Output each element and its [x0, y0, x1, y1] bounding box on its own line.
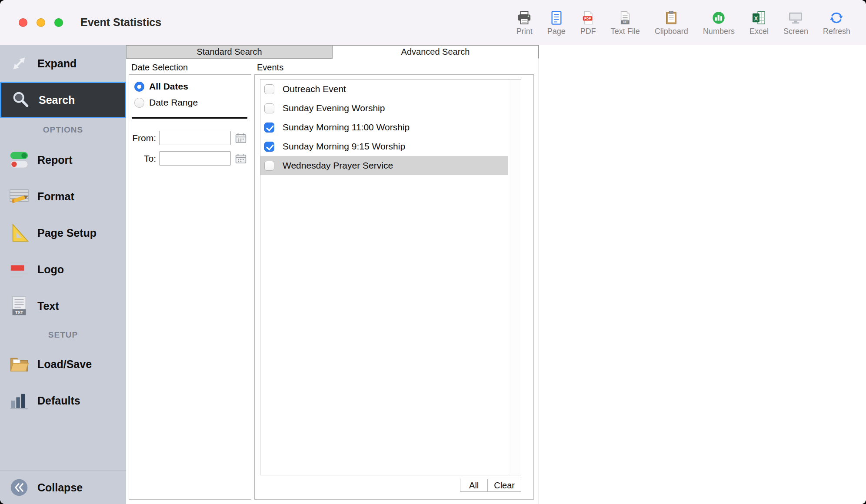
- report-toggles-icon: [6, 150, 32, 170]
- printer-icon: [517, 9, 532, 25]
- sidebar-item-label: Logo: [37, 263, 64, 276]
- minimize-window-button[interactable]: [37, 18, 45, 27]
- clipboard-icon: [664, 9, 679, 25]
- numbers-button[interactable]: Numbers: [703, 9, 735, 36]
- sidebar-item-logo[interactable]: Logo: [0, 251, 126, 288]
- app-window: Event Statistics Print: [0, 0, 866, 504]
- bar-chart-icon: [6, 391, 32, 411]
- clear-selection-button[interactable]: Clear: [488, 479, 521, 492]
- event-checkbox[interactable]: [264, 103, 274, 113]
- excel-button[interactable]: X Excel: [749, 9, 769, 36]
- screen-button[interactable]: Screen: [783, 9, 808, 36]
- radio-date-range[interactable]: Date Range: [129, 94, 251, 110]
- collapse-icon: [6, 478, 32, 497]
- event-checkbox[interactable]: [264, 84, 274, 94]
- traffic-lights: [19, 18, 63, 27]
- sidebar-item-load-save[interactable]: Load/Save: [0, 346, 126, 382]
- event-label: Sunday Evening Worship: [283, 103, 385, 113]
- print-button[interactable]: Print: [516, 9, 533, 36]
- from-date-input[interactable]: [159, 131, 231, 145]
- tool-label: PDF: [580, 27, 596, 36]
- excel-icon: X: [752, 9, 766, 25]
- event-checkbox[interactable]: [264, 142, 274, 152]
- pdf-icon: PDF: [581, 9, 596, 25]
- search-column: Standard Search Advanced Search Date Sel…: [126, 45, 539, 504]
- sidebar-item-defaults[interactable]: Defaults: [0, 382, 126, 419]
- text-file-icon: TXT: [618, 9, 633, 25]
- radio-button-icon: [134, 98, 144, 108]
- search-icon: [7, 90, 33, 110]
- tool-label: Excel: [749, 27, 769, 36]
- app-body: Expand Search OPTIONS: [0, 45, 866, 504]
- svg-text:PDF: PDF: [584, 17, 591, 20]
- event-row[interactable]: Outreach Event: [260, 80, 508, 99]
- sidebar-item-label: Defaults: [37, 395, 80, 407]
- text-file-button[interactable]: TXT Text File: [611, 9, 640, 36]
- pdf-button[interactable]: PDF PDF: [580, 9, 596, 36]
- select-all-button[interactable]: All: [460, 479, 488, 492]
- sidebar-section-setup: SETUP: [0, 324, 126, 346]
- sidebar-item-label: Report: [37, 154, 73, 166]
- folder-icon: [6, 354, 32, 374]
- refresh-icon: [829, 9, 844, 25]
- zoom-window-button[interactable]: [54, 18, 63, 27]
- sidebar-item-page-setup[interactable]: Page Setup: [0, 215, 126, 251]
- event-row[interactable]: Wednesday Prayer Service: [260, 156, 508, 175]
- events-box: Outreach Event Sunday Evening Worship Su: [254, 74, 534, 500]
- from-field-row: From:: [129, 131, 251, 145]
- sidebar-item-label: Format: [37, 190, 74, 203]
- close-window-button[interactable]: [19, 18, 27, 27]
- sidebar-item-label: Text: [37, 300, 59, 312]
- all-clear-segment: All Clear: [460, 479, 521, 492]
- event-row[interactable]: Sunday Evening Worship: [260, 99, 508, 118]
- sidebar-item-format[interactable]: Format: [0, 178, 126, 215]
- date-selection-panel: Date Selection All Dates Date Range: [129, 61, 251, 500]
- from-date-picker-icon[interactable]: [235, 133, 246, 143]
- search-panel-area: Date Selection All Dates Date Range: [126, 59, 539, 504]
- radio-label: All Dates: [149, 81, 188, 92]
- clipboard-button[interactable]: Clipboard: [655, 9, 688, 36]
- events-panel: Events Outreach Event: [254, 61, 534, 500]
- tool-label: Page: [547, 27, 566, 36]
- date-selection-box: All Dates Date Range From:: [129, 74, 251, 500]
- to-date-input[interactable]: [159, 151, 231, 166]
- sidebar-item-expand[interactable]: Expand: [0, 45, 126, 82]
- event-checkbox[interactable]: [264, 123, 274, 133]
- sidebar-item-label: Expand: [37, 57, 77, 70]
- format-icon: [6, 186, 32, 206]
- radio-all-dates[interactable]: All Dates: [129, 78, 251, 94]
- page-setup-icon: [6, 223, 32, 243]
- sidebar-item-text[interactable]: TXT Text: [0, 288, 126, 324]
- tool-label: Clipboard: [655, 27, 688, 36]
- svg-text:TXT: TXT: [623, 20, 628, 23]
- page-button[interactable]: Page: [547, 9, 566, 36]
- tab-advanced-search[interactable]: Advanced Search: [333, 45, 539, 59]
- scrollbar-track[interactable]: [508, 80, 521, 475]
- expand-icon: [6, 53, 32, 73]
- sidebar-item-report[interactable]: Report: [0, 142, 126, 178]
- event-checkbox[interactable]: [264, 161, 274, 171]
- to-date-picker-icon[interactable]: [235, 153, 246, 164]
- tool-label: Screen: [783, 27, 808, 36]
- to-field-row: To:: [129, 151, 251, 166]
- tool-label: Numbers: [703, 27, 735, 36]
- events-title: Events: [254, 61, 534, 74]
- sidebar-item-search[interactable]: Search: [0, 82, 126, 118]
- radio-button-icon: [134, 82, 144, 92]
- refresh-button[interactable]: Refresh: [823, 9, 850, 36]
- report-view: [539, 45, 866, 504]
- titlebar: Event Statistics Print: [0, 0, 866, 45]
- page-icon: [549, 9, 564, 25]
- event-label: Sunday Morning 9:15 Worship: [283, 141, 405, 152]
- main-content: Standard Search Advanced Search Date Sel…: [126, 45, 866, 504]
- event-row[interactable]: Sunday Morning 11:00 Worship: [260, 118, 508, 137]
- events-list: Outreach Event Sunday Evening Worship Su: [260, 79, 521, 475]
- tab-standard-search[interactable]: Standard Search: [126, 45, 333, 59]
- to-label: To:: [129, 153, 156, 164]
- event-label: Wednesday Prayer Service: [283, 160, 393, 171]
- event-row[interactable]: Sunday Morning 9:15 Worship: [260, 137, 508, 156]
- sidebar-item-label: Search: [39, 94, 75, 106]
- tab-bar: Standard Search Advanced Search: [126, 45, 539, 59]
- from-label: From:: [129, 133, 156, 143]
- sidebar-item-collapse[interactable]: Collapse: [0, 471, 126, 504]
